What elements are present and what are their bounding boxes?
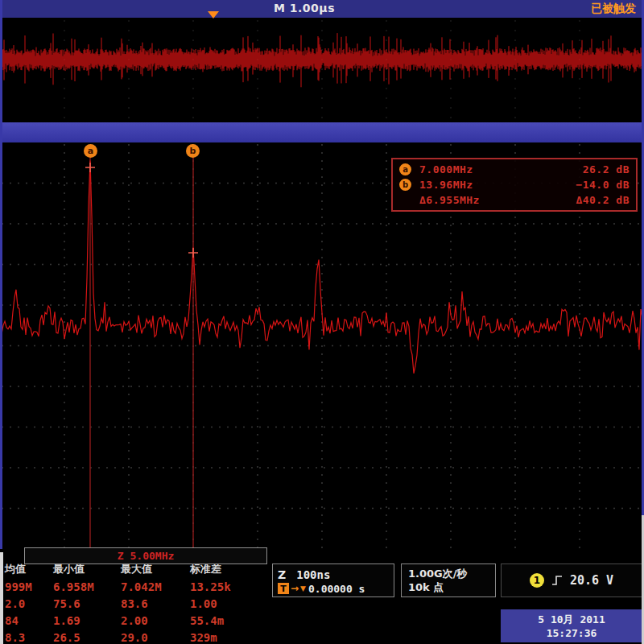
cursor-readout-panel: a 7.000MHz 26.2 dB b 13.96MHz −14.0 dB Δ… (391, 158, 638, 212)
fft-display: a b a 7.000MHz 26.2 dB b 13.96MHz −14.0 … (0, 142, 644, 549)
cell: 83.6 (121, 597, 148, 610)
cell: 2.00 (121, 614, 148, 627)
cell: 8.3 (5, 631, 25, 644)
trigger-position-line: T → ▼ 0.00000 s (278, 582, 389, 595)
cursor-b-level: −14.0 dB (576, 179, 630, 191)
cell: 1.69 (53, 614, 80, 627)
table-row: 8.3 26.5 29.0 329m (0, 631, 270, 644)
time-domain-display (0, 18, 644, 122)
cursor-b-frequency: 13.96MHz (419, 179, 473, 191)
cell: 13.25k (190, 580, 231, 593)
table-row: 2.0 75.6 83.6 1.00 (0, 597, 270, 612)
cursor-a-badge[interactable]: a (84, 144, 97, 158)
cell: 75.6 (53, 597, 80, 610)
panel-separator (0, 122, 644, 142)
cursor-a-readout-row: a 7.000MHz 26.2 dB (399, 162, 630, 177)
oscilloscope-screen: M 1.00µs 已被触发 a b a 7.000MHz 26.2 dB b 1… (0, 0, 644, 644)
cursor-a-badge-label: a (88, 146, 93, 156)
cursor-a-level: 26.2 dB (583, 163, 630, 175)
acquisition-panel[interactable]: 1.00G次/秒 10k 点 (401, 564, 496, 597)
screen-frame-left (0, 0, 2, 549)
marker-down-icon: ▼ (300, 584, 306, 592)
top-bar: M 1.00µs 已被触发 (0, 0, 644, 18)
math-channel-label: Z (118, 550, 124, 562)
cursor-a-icon: a (399, 163, 411, 175)
cell: 329m (190, 631, 217, 644)
math-channel-scale: 5.00MHz (130, 550, 175, 562)
cell: 999M (5, 580, 32, 593)
photo-edge-left (0, 552, 3, 644)
rising-edge-icon (551, 575, 563, 586)
cursor-b-badge[interactable]: b (186, 144, 200, 158)
datetime-panel: 5 10月 2011 15:27:36 (501, 609, 642, 642)
table-row: 84 1.69 2.00 55.4m (0, 614, 270, 629)
cell: 2.0 (5, 597, 25, 610)
cursor-delta-spacer (399, 194, 411, 206)
cursor-a-frequency: 7.000MHz (419, 163, 473, 175)
cell: 7.042M (121, 580, 162, 593)
cursor-b-icon: b (399, 179, 411, 191)
header-mean: 均值 (5, 562, 26, 576)
cell: 84 (5, 614, 19, 627)
trigger-position-marker-icon[interactable] (208, 11, 219, 19)
time-domain-waveform (0, 18, 644, 122)
timebase-readout: M 1.00µs (274, 2, 335, 14)
date-display: 5 10月 2011 (501, 613, 642, 626)
cell: 6.958M (53, 580, 94, 593)
cursor-delta-frequency: Δ6.955MHz (419, 194, 480, 206)
channel-1-badge: 1 (530, 573, 544, 588)
zoom-scale-value: 100ns (296, 568, 330, 581)
trigger-position-value: 0.00000 s (308, 583, 365, 595)
zoom-scale-line: Z 100ns (278, 567, 389, 581)
cursor-delta-readout-row: Δ6.955MHz Δ40.2 dB (399, 192, 630, 208)
math-channel-readout[interactable]: Z 5.00MHz (24, 547, 267, 564)
sample-rate: 1.00G次/秒 (408, 567, 489, 580)
record-length: 10k 点 (408, 580, 489, 594)
table-row: 999M 6.958M 7.042M 13.25k (0, 580, 270, 595)
cursor-b-badge-label: b (190, 146, 196, 156)
trigger-panel[interactable]: 1 20.6 V (501, 564, 642, 597)
trigger-t-icon: T (278, 583, 289, 594)
horizontal-zoom-panel[interactable]: Z 100ns T → ▼ 0.00000 s (272, 564, 394, 597)
cursor-delta-level: Δ40.2 dB (576, 194, 630, 206)
trigger-level: 20.6 V (570, 573, 613, 588)
arrow-right-icon: → (291, 583, 299, 594)
cell: 55.4m (190, 614, 224, 627)
time-display: 15:27:36 (501, 626, 642, 640)
cell: 26.5 (53, 631, 80, 644)
cell: 1.00 (190, 597, 217, 610)
cell: 29.0 (121, 631, 148, 644)
trigger-status: 已被触发 (591, 2, 636, 16)
zoom-label: Z (278, 568, 286, 581)
cursor-b-readout-row: b 13.96MHz −14.0 dB (399, 177, 630, 192)
